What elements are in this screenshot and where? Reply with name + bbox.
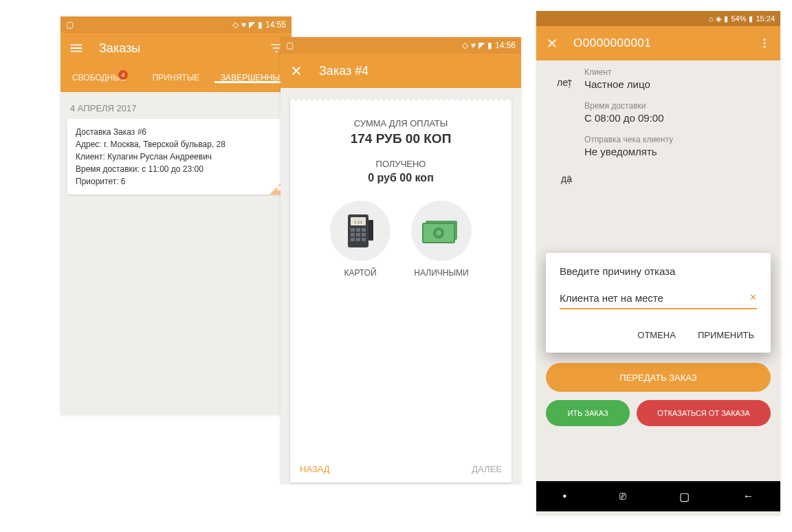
- vibrate-icon: ◇: [462, 41, 468, 50]
- receipt-label: Отправка чека клиенту: [584, 135, 771, 144]
- client-row: Клиент Частное лицо: [584, 67, 771, 90]
- svg-point-16: [436, 230, 441, 236]
- nav-recent-icon[interactable]: ⎚: [619, 490, 626, 502]
- delivery-row: Время доставки С 08:00 до 09:00: [584, 101, 771, 124]
- svg-rect-6: [351, 233, 355, 236]
- pay-card-label: КАРТОЙ: [344, 268, 376, 278]
- card-priority: Приоритет: 6: [76, 175, 276, 188]
- accept-order-button[interactable]: ИТЬ ЗАКАЗ: [546, 400, 630, 426]
- battery-icon: ⌂: [709, 14, 714, 23]
- transfer-order-button[interactable]: ПЕРЕДАТЬ ЗАКАЗ: [546, 363, 771, 392]
- next-button[interactable]: ДАЛЕЕ: [472, 464, 502, 474]
- picture-icon: ▢: [66, 20, 74, 30]
- back-button[interactable]: НАЗАД: [300, 464, 330, 474]
- status-time: 15:24: [756, 14, 775, 23]
- signal-icon: ◤: [478, 41, 485, 50]
- app-header: О0000000001: [536, 26, 780, 60]
- menu-icon[interactable]: [69, 41, 85, 56]
- signal-icon: ◤: [249, 20, 255, 30]
- tab-free[interactable]: СВОБОДНЫЕ 4: [60, 73, 138, 82]
- dialog-title: Введите причину отказа: [560, 265, 757, 277]
- delivery-value: С 08:00 до 09:00: [584, 112, 771, 124]
- svg-rect-3: [351, 228, 355, 232]
- app-header: Заказ #4: [280, 54, 521, 88]
- pay-card-button[interactable]: 1.11 КАРТОЙ: [330, 201, 390, 278]
- order-card[interactable]: Доставка Заказ #6 Адрес: г. Москва, Твер…: [67, 119, 285, 195]
- app-header: Заказы СВОБОДНЫЕ 4 ПРИНЯТЫЕ ЗАВЕРШЕННЫЕ: [60, 33, 292, 92]
- card-address: Адрес: г. Москва, Тверской бульвар, 28: [76, 138, 276, 151]
- svg-point-19: [764, 46, 766, 48]
- receipt-value: Не уведомлять: [584, 146, 771, 157]
- signal-icon: ▮: [724, 14, 728, 23]
- wifi-icon: ◈: [716, 14, 721, 23]
- status-bar: ▢ ◇ ♥ ◤ ▮ 14:56: [280, 37, 521, 54]
- tab-badge: 4: [118, 70, 128, 80]
- svg-rect-12: [368, 220, 373, 241]
- reason-input[interactable]: [560, 289, 757, 309]
- status-bar: ⌂ ◈ ▮ 54% ▮ 15:24: [536, 11, 780, 26]
- pay-cash-label: НАЛИЧНЫМИ: [414, 268, 468, 278]
- vibrate-icon: ◇: [232, 20, 239, 30]
- android-navbar: • ⎚ ▢ ←: [536, 481, 780, 511]
- page-title: Заказ #4: [319, 64, 368, 78]
- clear-icon[interactable]: ✕: [749, 292, 757, 302]
- wifi-icon: ♥: [241, 20, 246, 30]
- terminal-icon: 1.11: [330, 201, 390, 261]
- close-icon[interactable]: [290, 65, 304, 77]
- nav-back-icon[interactable]: ←: [742, 490, 754, 502]
- battery-pct: 54%: [731, 14, 746, 23]
- received-label: ПОЛУЧЕНО: [297, 159, 505, 169]
- tab-accepted[interactable]: ПРИНЯТЫЕ: [138, 73, 214, 82]
- row-more-icon[interactable]: ⋮: [564, 77, 575, 90]
- client-label: Клиент: [584, 67, 771, 77]
- svg-point-17: [764, 38, 766, 41]
- reject-order-button[interactable]: ОТКАЗАТЬСЯ ОТ ЗАКАЗА: [637, 400, 771, 426]
- wifi-icon: ♥: [471, 41, 476, 50]
- row-more-icon[interactable]: ⋮: [564, 173, 575, 186]
- cash-icon: [411, 201, 472, 261]
- svg-rect-9: [351, 238, 355, 241]
- amount-value: 174 РУБ 00 КОП: [297, 131, 505, 146]
- battery-icon: ▮: [258, 20, 263, 30]
- card-time: Время доставки: с 11:00 до 23:00: [76, 163, 276, 175]
- svg-point-18: [764, 43, 766, 45]
- received-value: 0 руб 00 коп: [297, 172, 505, 184]
- amount-label: СУММА ДЛЯ ОПЛАТЫ: [297, 118, 505, 129]
- status-time: 14:55: [265, 20, 286, 30]
- svg-text:1.11: 1.11: [354, 220, 362, 224]
- svg-rect-4: [356, 228, 360, 232]
- more-icon[interactable]: [758, 37, 771, 49]
- receipt-panel: СУММА ДЛЯ ОПЛАТЫ 174 РУБ 00 КОП ПОЛУЧЕНО…: [290, 98, 512, 483]
- close-icon[interactable]: [546, 37, 560, 49]
- picture-icon: ▢: [286, 41, 294, 50]
- status-time: 14:56: [495, 41, 516, 50]
- nav-home-icon[interactable]: ▢: [679, 490, 690, 503]
- status-bar: ▢ ◇ ♥ ◤ ▮ 14:55: [60, 16, 292, 33]
- screen-orders-list: ▢ ◇ ♥ ◤ ▮ 14:55 Заказы СВОБОДНЫЕ 4 ПРИНЯ…: [60, 16, 292, 415]
- svg-rect-8: [362, 233, 366, 236]
- nav-dot-icon[interactable]: •: [563, 490, 567, 502]
- screen-order-detail: ⌂ ◈ ▮ 54% ▮ 15:24 О0000000001 лет ⋮ Клие…: [536, 11, 780, 516]
- battery-icon: ▮: [487, 41, 492, 50]
- tabs: СВОБОДНЫЕ 4 ПРИНЯТЫЕ ЗАВЕРШЕННЫЕ: [60, 63, 292, 92]
- battery-bar-icon: ▮: [749, 14, 753, 23]
- svg-rect-11: [362, 238, 366, 241]
- svg-rect-7: [356, 233, 360, 236]
- body: лет ⋮ Клиент Частное лицо Время доставки…: [536, 60, 780, 481]
- delivery-label: Время доставки: [584, 101, 771, 111]
- apply-button[interactable]: ПРИМЕНИТЬ: [695, 324, 757, 346]
- svg-rect-5: [362, 228, 366, 232]
- screen-payment: ▢ ◇ ♥ ◤ ▮ 14:56 Заказ #4 СУММА ДЛЯ ОПЛАТ…: [280, 37, 521, 484]
- pay-cash-button[interactable]: НАЛИЧНЫМИ: [411, 201, 472, 278]
- card-title: Доставка Заказ #6: [76, 126, 276, 138]
- reject-reason-dialog: Введите причину отказа ✕ ОТМЕНА ПРИМЕНИТ…: [546, 253, 771, 353]
- order-number: О0000000001: [573, 36, 758, 50]
- date-header: 4 АПРЕЛЯ 2017: [60, 92, 292, 119]
- svg-rect-10: [356, 238, 360, 241]
- client-value: Частное лицо: [584, 78, 771, 90]
- cancel-button[interactable]: ОТМЕНА: [635, 324, 679, 346]
- page-title: Заказы: [99, 41, 270, 56]
- receipt-row: Отправка чека клиенту Не уведомлять: [584, 135, 771, 157]
- card-client: Клиент: Кулагин Руслан Андреевич: [76, 151, 276, 163]
